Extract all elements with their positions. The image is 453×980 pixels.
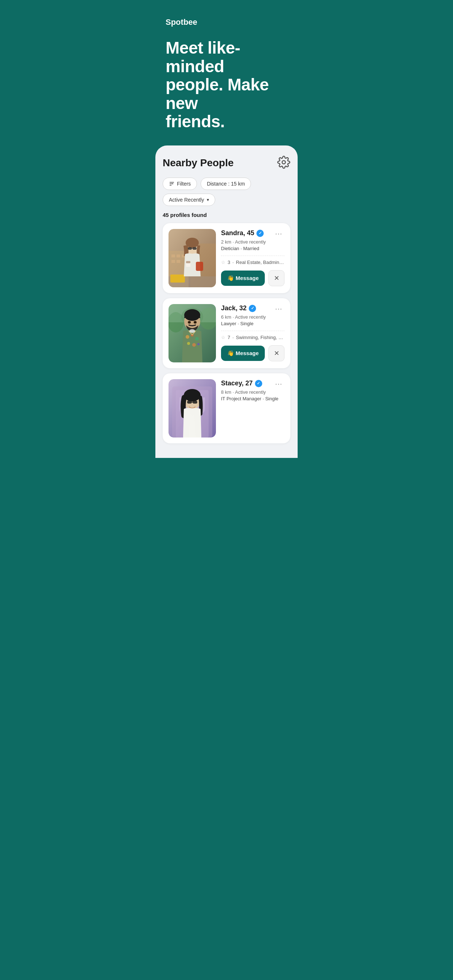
svg-rect-18	[193, 247, 196, 250]
verified-badge-stacey	[255, 380, 262, 387]
profile-card-sandra: Sandra, 45 ··· 2 km · Active recently Di…	[163, 223, 290, 293]
hero-headline: Meet like-minded people. Make new friend…	[166, 39, 287, 131]
svg-point-4	[172, 183, 173, 185]
profile-meta-jack: 6 km · Active recently	[221, 314, 284, 320]
profile-count: 45 profiles found	[163, 212, 290, 218]
svg-point-32	[186, 335, 189, 339]
svg-rect-22	[186, 261, 190, 263]
profile-photo-stacey[interactable]	[169, 379, 216, 438]
verified-badge-sandra	[257, 230, 264, 237]
divider-jack	[221, 331, 284, 331]
activity-filter[interactable]: Active Recently ▾	[163, 194, 215, 206]
filter-icon	[169, 181, 175, 187]
main-panel: Nearby People Filters Distance	[155, 145, 298, 458]
header-section: Spotbee Meet like-minded people. Make ne…	[155, 0, 298, 131]
message-button-sandra[interactable]: 👋 Message	[221, 270, 265, 286]
profile-details-stacey: IT Project Manager · Single	[221, 396, 284, 401]
profile-name-jack: Jack, 32	[221, 304, 256, 312]
more-options-jack[interactable]: ···	[273, 304, 284, 313]
svg-rect-20	[196, 262, 203, 271]
svg-rect-12	[177, 260, 180, 263]
svg-point-37	[197, 343, 199, 345]
phone-container: Spotbee Meet like-minded people. Make ne…	[155, 0, 298, 458]
svg-point-36	[192, 343, 196, 347]
profile-name-row-sandra: Sandra, 45 ···	[221, 229, 284, 238]
svg-rect-8	[171, 255, 175, 258]
filter-bar: Filters Distance : 15 km Active Recently…	[163, 178, 290, 206]
svg-rect-45	[193, 401, 197, 404]
profile-info-stacey: Stacey, 27 ··· 8 km · Active recently IT…	[221, 379, 284, 406]
profile-photo-jack[interactable]	[169, 304, 216, 363]
profile-interests-jack: ☆ 7 · Swimming, Fishing, Basket...	[221, 335, 284, 340]
svg-point-43	[184, 389, 201, 401]
svg-rect-9	[177, 255, 180, 258]
verified-badge-jack	[249, 305, 256, 312]
profile-details-jack: Lawyer · Single	[221, 321, 284, 326]
message-button-jack[interactable]: 👋 Message	[221, 345, 265, 361]
profile-photo-sandra[interactable]	[169, 229, 216, 287]
star-icon-jack: ☆	[221, 335, 225, 340]
svg-point-38	[189, 329, 195, 333]
profile-name-sandra: Sandra, 45	[221, 229, 264, 237]
svg-point-34	[195, 337, 199, 340]
profile-name-row-stacey: Stacey, 27 ···	[221, 379, 284, 388]
svg-point-31	[194, 321, 196, 323]
more-options-stacey[interactable]: ···	[273, 379, 284, 388]
app-logo: Spotbee	[166, 18, 287, 27]
profile-details-sandra: Dietician · Married	[221, 246, 284, 251]
profile-name-stacey: Stacey, 27	[221, 380, 262, 387]
distance-filter[interactable]: Distance : 15 km	[201, 178, 251, 190]
svg-rect-17	[188, 247, 192, 250]
panel-header: Nearby People	[163, 156, 290, 170]
svg-rect-14	[170, 275, 185, 283]
panel-title: Nearby People	[163, 157, 234, 169]
filters-button[interactable]: Filters	[163, 178, 197, 190]
profile-card-jack: Jack, 32 ··· 6 km · Active recently Lawy…	[163, 298, 290, 368]
profile-info-sandra: Sandra, 45 ··· 2 km · Active recently Di…	[221, 229, 284, 286]
svg-rect-44	[187, 401, 192, 404]
settings-button[interactable]	[277, 156, 290, 170]
svg-point-30	[188, 321, 191, 323]
action-row-sandra: 👋 Message ✕	[221, 270, 284, 286]
dismiss-button-sandra[interactable]: ✕	[268, 270, 284, 286]
star-icon-sandra: ☆	[221, 259, 225, 265]
more-options-sandra[interactable]: ···	[273, 229, 284, 238]
dismiss-button-jack[interactable]: ✕	[268, 345, 284, 361]
profile-interests-sandra: ☆ 3 · Real Estate, Badminton, Pin...	[221, 259, 284, 265]
profile-meta-sandra: 2 km · Active recently	[221, 239, 284, 245]
svg-point-0	[282, 161, 286, 164]
profile-card-stacey: Stacey, 27 ··· 8 km · Active recently IT…	[163, 373, 290, 443]
profile-info-jack: Jack, 32 ··· 6 km · Active recently Lawy…	[221, 304, 284, 361]
divider-sandra	[221, 256, 284, 256]
profile-name-row-jack: Jack, 32 ···	[221, 304, 284, 313]
svg-rect-11	[171, 260, 175, 263]
chevron-down-icon: ▾	[207, 197, 209, 202]
action-row-jack: 👋 Message ✕	[221, 345, 284, 361]
profile-meta-stacey: 8 km · Active recently	[221, 390, 284, 395]
svg-point-35	[187, 342, 190, 345]
